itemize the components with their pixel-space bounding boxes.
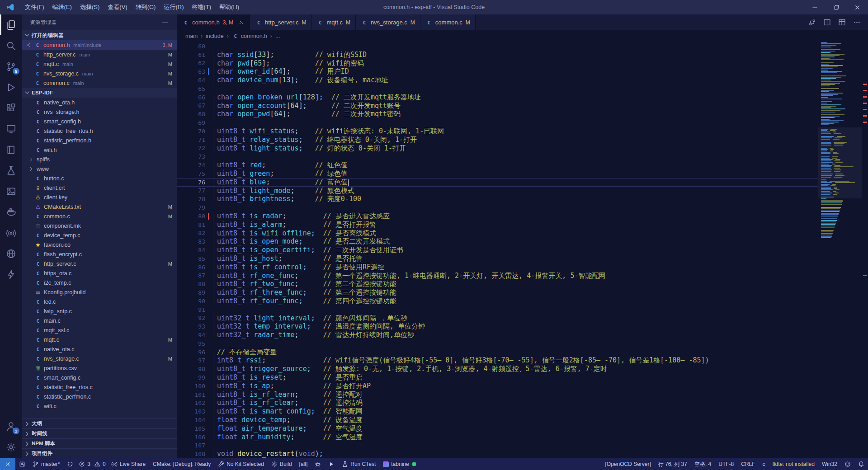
code-line[interactable]: 81uint8_t is_alarm; // 是否打开报警 <box>177 221 818 229</box>
tree-item[interactable]: Cwifi.h <box>22 145 177 155</box>
breadcrumb-item[interactable]: ... <box>275 33 280 39</box>
remote-explorer-icon[interactable] <box>0 118 22 139</box>
eol[interactable]: CRLF <box>737 458 759 470</box>
tree-item[interactable]: client.crt <box>22 183 177 193</box>
docs-icon[interactable] <box>0 139 22 160</box>
sidebar-section[interactable]: 项目组件 <box>22 448 177 458</box>
more-actions-icon[interactable] <box>161 19 169 26</box>
code-line[interactable]: 103uint8_t is_smart_config; // 智能配网 <box>177 407 818 416</box>
code-line[interactable]: 90uint8_t rf_four_func; // 第四个遥控按键功能 <box>177 297 818 306</box>
tree-item[interactable]: favicon.ico <box>22 240 177 249</box>
web-preview-icon[interactable] <box>0 243 22 264</box>
code-line[interactable]: 95 <box>177 339 818 348</box>
open-editor-item[interactable]: Chttp_server.cmainM <box>22 50 177 59</box>
code-line[interactable]: 68char open_pwd[64]; // 二次开发mqtt密码 <box>177 110 818 118</box>
code-line[interactable]: 88uint8_t rf_two_func; // 第二个遥控按键功能 <box>177 280 818 288</box>
code-line[interactable]: 82uint8_t is_wifi_offline; // 是否离线模式 <box>177 229 818 238</box>
menu-item[interactable]: 编辑(E) <box>48 0 76 14</box>
code-line[interactable]: 92uint32_t light_interval; // 颜色闪烁间隔 ，单位… <box>177 314 818 323</box>
tree-item[interactable]: Csmart_config.h <box>22 117 177 126</box>
editor-tab[interactable]: Cnvs_storage.cM <box>356 14 420 30</box>
editor-tab[interactable]: Chttp_server.cM <box>250 14 311 30</box>
tree-item[interactable]: Ci2c_temp.c <box>22 278 177 287</box>
tree-item[interactable]: client.key <box>22 193 177 202</box>
live-share-icon[interactable] <box>0 222 22 243</box>
menu-item[interactable]: 运行(R) <box>160 0 188 14</box>
code-line[interactable]: 77uint8_t light_mode; // 颜色模式 <box>177 187 818 195</box>
minimap[interactable] <box>818 42 862 458</box>
accounts-icon[interactable]: 1 <box>0 416 22 437</box>
code-line[interactable]: 66char open_broken_url[128]; // 二次开发mqtt… <box>177 93 818 102</box>
save-all[interactable] <box>15 458 29 470</box>
code-line[interactable]: 75uint8_t green; // 绿色值 <box>177 169 818 178</box>
cmake-build[interactable]: Build <box>268 458 296 470</box>
open-editors-section-header[interactable]: 打开的编辑器 <box>22 30 177 40</box>
editor-layout-icon[interactable] <box>838 19 846 26</box>
tree-item[interactable]: Cwifi.c <box>22 401 177 411</box>
cmake-status[interactable]: CMake: [Debug]: Ready <box>149 458 214 470</box>
tree-item[interactable]: Cmqtt.cM <box>22 335 177 344</box>
breadcrumb-item[interactable]: Ccommon.h <box>232 33 267 40</box>
code-line[interactable]: 94uint32_t radar_time; // 雷达开灯持续时间,单位秒 <box>177 331 818 339</box>
cmake-kit[interactable]: No Kit Selected <box>214 458 268 470</box>
ctest[interactable]: Run CTest <box>338 458 379 470</box>
tree-item[interactable]: CMakeLists.txtM <box>22 202 177 212</box>
language-mode[interactable]: c <box>759 458 769 470</box>
extension-status[interactable]: Ildte: not installed <box>769 458 818 470</box>
menu-item[interactable]: 选择(S) <box>76 0 104 14</box>
open-editor-item[interactable]: Ccommon.cmainM <box>22 78 177 88</box>
menu-item[interactable]: 文件(F) <box>21 0 48 14</box>
tree-item[interactable]: component.mk <box>22 221 177 230</box>
notifications[interactable] <box>854 458 868 470</box>
quick-run-icon[interactable] <box>0 264 22 285</box>
problems-errors[interactable]: 3 <box>77 458 92 470</box>
git-branch[interactable]: master* <box>29 458 63 470</box>
code-line[interactable]: 93uint32_t temp_interval; // 温湿度监测的间隔, 单… <box>177 322 818 331</box>
editor-tab[interactable]: Ccommon.cM <box>420 14 476 30</box>
editor-tab[interactable]: Cmqtt.cM <box>311 14 355 30</box>
testing-icon[interactable] <box>0 160 22 181</box>
tree-item[interactable]: spiffs <box>22 155 177 164</box>
minimize-button[interactable] <box>804 0 826 14</box>
code-line[interactable]: 72uint8_t light_status; // 灯的状态 0-关闭 1-打… <box>177 144 818 153</box>
build-target[interactable]: [all] <box>296 458 311 470</box>
code-line[interactable]: 107 <box>177 441 818 450</box>
menu-item[interactable]: 终端(T) <box>188 0 215 14</box>
code-line[interactable]: 67char open_account[64]; // 二次开发mqtt账号 <box>177 102 818 110</box>
extensions-icon[interactable] <box>0 98 22 118</box>
code-line[interactable]: 71uint8_t relay_status; // 继电器状态 0-关闭, 1… <box>177 136 818 144</box>
close-icon[interactable] <box>24 42 32 49</box>
code-line[interactable]: 78uint8_t brightness; // 亮度0-100 <box>177 195 818 203</box>
search-icon[interactable] <box>0 35 22 56</box>
code-line[interactable]: 104float device_temp; // 设备温度 <box>177 416 818 424</box>
tree-item[interactable]: Clwip_sntp.c <box>22 306 177 316</box>
tree-item[interactable]: Cnvs_storage.cM <box>22 354 177 363</box>
open-changes-icon[interactable] <box>808 19 816 26</box>
code-line[interactable]: 79 <box>177 203 818 212</box>
code-line[interactable]: 101uint8_t is_rf_learn; // 遥控配对 <box>177 390 818 399</box>
breadcrumb[interactable]: main›include›Ccommon.h›... <box>177 30 868 42</box>
code-line[interactable]: 80uint8_t is_radar; // 是否进入雷达感应 <box>177 212 818 221</box>
openocd-server[interactable]: [OpenOCD Server] <box>601 458 654 470</box>
code-line[interactable]: 84uint8_t is_open_certifi; // 二次开发是否使用证书 <box>177 246 818 254</box>
image-preview-icon[interactable] <box>0 181 22 202</box>
code-line[interactable]: 62char pwd[65]; // wifi的密码 <box>177 59 818 68</box>
code-line[interactable]: 83uint8_t is_open_mode; // 是否二次开发模式 <box>177 237 818 246</box>
code-line[interactable]: 99uint8_t is_reset; // 是否重启 <box>177 373 818 382</box>
code-line[interactable]: 91 <box>177 306 818 314</box>
breadcrumb-item[interactable]: include <box>206 33 224 39</box>
run-and-debug-icon[interactable] <box>0 77 22 98</box>
code-line[interactable]: 100uint8_t is_ap; // 是否打开AP <box>177 382 818 390</box>
tree-item[interactable]: Kconfig.projbuild <box>22 287 177 297</box>
close-icon[interactable] <box>237 19 245 26</box>
tree-item[interactable]: partitions.csv <box>22 363 177 373</box>
code-line[interactable]: 69 <box>177 118 818 127</box>
live-share[interactable]: Live Share <box>108 458 149 470</box>
code-line[interactable]: 98uint8_t trigger_source; // 触发源: 0-无, 1… <box>177 365 818 373</box>
code-line[interactable]: 87uint8_t rf_one_func; // 第一个遥控按键功能, 1-继… <box>177 272 818 280</box>
code-line[interactable]: 65 <box>177 85 818 93</box>
sidebar-section[interactable]: NPM 脚本 <box>22 438 177 448</box>
sidebar-section[interactable]: 时间线 <box>22 428 177 438</box>
sidebar-section[interactable]: 大纲 <box>22 418 177 428</box>
code-line[interactable]: 61char ssid[33]; // wifi的SSID <box>177 51 818 59</box>
